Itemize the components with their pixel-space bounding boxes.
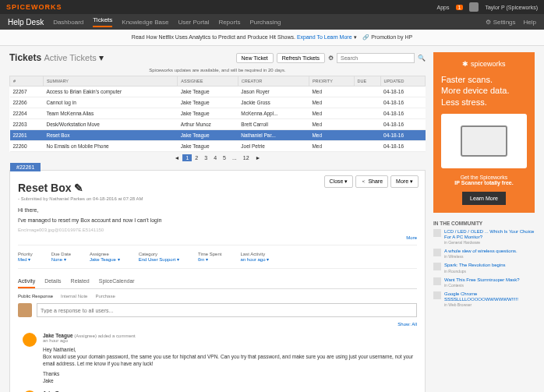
meta-item[interactable]: Time Spent0m ▾ xyxy=(198,252,221,262)
response-input[interactable] xyxy=(37,303,417,317)
meta-item[interactable]: CategoryEnd User Support ▾ xyxy=(139,252,179,262)
column-header[interactable]: SUMMARY xyxy=(43,76,177,87)
meta-item[interactable]: AssigneeJake Teague ▾ xyxy=(90,252,120,262)
page-number[interactable]: 12 xyxy=(240,154,253,161)
table-row[interactable]: 22260No Emails on Mobile PhoneJake Teagu… xyxy=(10,141,426,152)
user-avatar xyxy=(18,303,32,317)
table-row[interactable]: 22264Team McKenna AliasJake TeagueMcKenn… xyxy=(10,108,426,119)
page-number[interactable]: 3 xyxy=(201,154,210,161)
refresh-button[interactable]: Refresh Tickets xyxy=(277,53,325,63)
community-item[interactable]: Want This Free Stormtrooper Mask?in Cont… xyxy=(433,277,535,288)
table-row[interactable]: 22266Cannot log inJake TeagueJackie Gros… xyxy=(10,97,426,108)
community-title: IN THE COMMUNITY xyxy=(433,221,535,226)
tab-related[interactable]: Related xyxy=(71,275,90,288)
ticket-id-badge: #22261 xyxy=(10,163,41,171)
column-header[interactable]: PRIORITY xyxy=(309,76,354,87)
ticket-attachment: EncImage003.jpg@01D1997E.E5141150 xyxy=(18,228,417,232)
ticket-greeting: Hi there, xyxy=(18,207,417,213)
page-title: Tickets Active Tickets ▾ xyxy=(9,52,104,63)
nav-tickets[interactable]: Tickets xyxy=(93,16,112,27)
more-button[interactable]: More ▾ xyxy=(390,175,419,188)
more-link[interactable]: More xyxy=(18,235,417,240)
help-link[interactable]: Help xyxy=(524,19,536,26)
column-header[interactable]: # xyxy=(10,76,44,87)
community-item[interactable]: A whole slew of wireless questions.in Wi… xyxy=(433,249,535,259)
table-row[interactable]: 22267Access to Brian Eakin's computerJak… xyxy=(10,87,426,97)
new-ticket-button[interactable]: New Ticket xyxy=(236,53,274,63)
meta-item[interactable]: PriorityMed ▾ xyxy=(18,252,33,262)
module-title: Help Desk xyxy=(8,18,44,26)
tab-spicecalendar[interactable]: SpiceCalendar xyxy=(99,275,135,288)
update-message: Spiceworks updates are available, and wi… xyxy=(9,68,426,72)
meta-item[interactable]: Due DateNone ▾ xyxy=(51,252,71,262)
search-icon[interactable]: 🔍 xyxy=(418,55,426,62)
close-button[interactable]: Close ▾ xyxy=(324,175,354,188)
community-icon xyxy=(433,249,441,256)
page-number[interactable]: ... xyxy=(229,154,240,161)
table-row[interactable]: 22261Reset BoxJake TeagueNathaniel Par..… xyxy=(10,130,426,141)
community-icon xyxy=(433,291,441,299)
promo-logo: ✱ spiceworks xyxy=(441,60,527,68)
table-row[interactable]: 22263Desk/Workstation MoveArthur MunozBr… xyxy=(10,119,426,130)
column-header[interactable]: CREATOR xyxy=(238,76,309,87)
community-item[interactable]: LCD / LED / OLED ... Which Is Your Choic… xyxy=(433,229,535,245)
promo-cta: Get the SpiceworksIP Scanner totally fre… xyxy=(441,175,527,185)
pagination[interactable]: ◄ 12345...12 ► xyxy=(9,152,426,164)
promo-image xyxy=(441,114,527,168)
app-logo: SPICEWORKS xyxy=(6,3,62,11)
share-button[interactable]: ＜ Share xyxy=(355,175,388,188)
promo-banner: Read How Netflix Uses Analytics to Predi… xyxy=(0,30,544,46)
search-input[interactable] xyxy=(337,53,415,63)
show-all-link[interactable]: Show: All xyxy=(18,322,417,327)
nav-portal[interactable]: User Portal xyxy=(178,19,209,26)
promo-card: ✱ spiceworks Faster scans.More device da… xyxy=(433,52,535,213)
apps-link[interactable]: Apps xyxy=(437,5,450,10)
subtab[interactable]: Public Response xyxy=(18,294,53,298)
column-header[interactable]: UPDATED xyxy=(380,76,425,87)
subtab[interactable]: Purchase xyxy=(95,294,115,298)
community-icon xyxy=(433,277,441,285)
promo-heading: Faster scans.More device data.Less stres… xyxy=(441,74,527,108)
community-item[interactable]: Google Chrome SSSSLLLLOOOOOWWWWWW!!!!!in… xyxy=(433,291,535,307)
learn-more-button[interactable]: Learn More xyxy=(462,192,506,205)
meta-item[interactable]: Last Activityan hour ago ▾ xyxy=(240,252,269,262)
community-icon xyxy=(433,263,441,270)
notification-badge[interactable]: 1 xyxy=(456,5,464,10)
page-number[interactable]: 5 xyxy=(220,154,229,161)
ticket-body: I've managed to reset my Box account and… xyxy=(18,217,417,223)
nav-reports[interactable]: Reports xyxy=(218,19,240,26)
column-header[interactable]: DUE xyxy=(354,76,380,87)
page-number[interactable]: 2 xyxy=(192,154,201,161)
tickets-table: #SUMMARYASSIGNEECREATORPRIORITYDUEUPDATE… xyxy=(9,76,426,152)
settings-link[interactable]: ⚙ Settings xyxy=(486,19,515,26)
comment-avatar xyxy=(23,333,37,347)
nav-purchasing[interactable]: Purchasing xyxy=(249,19,281,26)
tab-details[interactable]: Details xyxy=(44,275,61,288)
page-number[interactable]: 4 xyxy=(210,154,220,161)
nav-kb[interactable]: Knowledge Base xyxy=(122,19,168,26)
comment: Jake Teague (Assignee) added a commentan… xyxy=(18,333,417,384)
community-item[interactable]: Spark: The Revolution beginsin Roundups xyxy=(433,263,535,273)
ticket-submitted: - Submitted by Nathaniel Parkes on 04-18… xyxy=(18,196,417,201)
settings-icon[interactable]: ⚙ xyxy=(328,55,334,62)
community-icon xyxy=(433,229,441,237)
avatar[interactable] xyxy=(469,2,479,12)
subtab[interactable]: Internal Note xyxy=(61,294,87,298)
nav-dashboard[interactable]: Dashboard xyxy=(53,19,83,26)
column-header[interactable]: ASSIGNEE xyxy=(178,76,238,87)
tab-activity[interactable]: Activity xyxy=(18,275,35,288)
banner-expand[interactable]: Expand To Learn More xyxy=(297,34,352,40)
user-name[interactable]: Taylor P (Spiceworks) xyxy=(485,5,538,10)
page-number[interactable]: 1 xyxy=(182,154,192,161)
